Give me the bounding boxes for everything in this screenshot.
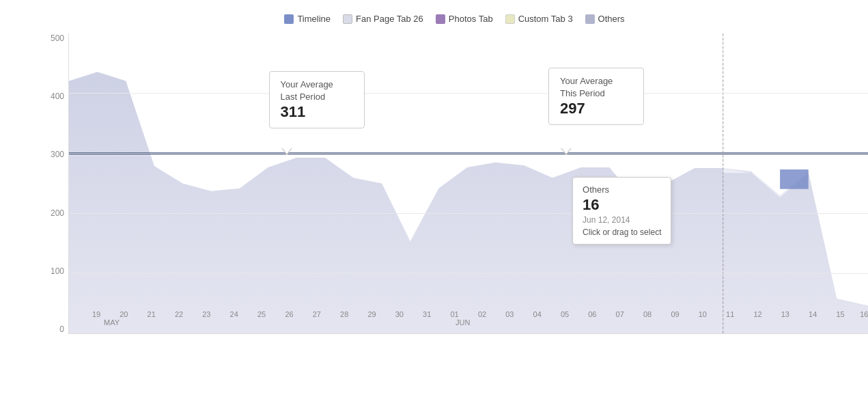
y-axis: 0 100 200 300 400 500 — [41, 33, 68, 334]
chart-svg — [69, 33, 868, 333]
x-tick-28: 28 — [340, 310, 348, 318]
x-tick-04: 04 — [533, 310, 542, 318]
avg-last-period-label: Your AverageLast Period — [281, 79, 353, 103]
x-tick-30: 30 — [395, 310, 404, 318]
x-tick-20: 20 — [120, 310, 128, 318]
legend-label-custom-tab: Custom Tab 3 — [518, 14, 573, 24]
legend-label-others: Others — [598, 14, 625, 24]
avg-this-period-tooltip: Your AverageThis Period 297 — [548, 68, 644, 125]
others-swatch — [585, 14, 595, 24]
x-tick-23: 23 — [202, 310, 210, 318]
x-tick-09: 09 — [671, 310, 679, 318]
x-tick-19: 19 — [92, 310, 100, 318]
x-tick-11: 11 — [726, 310, 734, 318]
avg-this-period-label: Your AverageThis Period — [560, 75, 632, 100]
x-tick-21: 21 — [148, 310, 156, 318]
data-point-tooltip: Others 16 Jun 12, 2014 Click or drag to … — [572, 177, 671, 245]
svg-rect-2 — [780, 169, 809, 189]
svg-marker-0 — [69, 72, 868, 333]
x-tick-16: 16 — [860, 310, 868, 318]
chart-area[interactable]: 0 100 200 300 400 500 — [41, 33, 868, 361]
y-label-0: 0 — [59, 324, 64, 334]
x-axis: 19 20 21 22 23 24 25 26 27 28 29 30 31 M… — [96, 306, 868, 333]
x-tick-10: 10 — [699, 310, 707, 318]
custom-tab-swatch — [505, 14, 515, 24]
photos-swatch — [436, 14, 445, 24]
chart-legend: Timeline Fan Page Tab 26 Photos Tab Cust… — [41, 7, 868, 33]
avg-last-period-arrow-inner — [282, 148, 292, 154]
x-tick-14: 14 — [809, 310, 817, 318]
y-label-300: 300 — [51, 150, 64, 159]
x-tick-07: 07 — [616, 310, 624, 318]
x-tick-24: 24 — [230, 310, 238, 318]
legend-label-fan-page: Fan Page Tab 26 — [356, 14, 423, 24]
x-tick-08: 08 — [643, 310, 652, 318]
x-tick-26: 26 — [285, 310, 293, 318]
y-label-400: 400 — [51, 92, 64, 101]
chart-container: Timeline Fan Page Tab 26 Photos Tab Cust… — [0, 0, 868, 401]
avg-last-period-tooltip: Your AverageLast Period 311 — [269, 71, 365, 128]
y-label-100: 100 — [51, 266, 64, 276]
month-may: MAY — [104, 318, 120, 327]
tooltip-category: Others — [583, 184, 661, 195]
y-label-500: 500 — [51, 33, 64, 43]
avg-this-period-arrow-inner — [561, 148, 571, 154]
legend-item-timeline: Timeline — [284, 14, 331, 24]
x-tick-01: 01 — [450, 310, 458, 318]
x-tick-05: 05 — [561, 310, 569, 318]
x-tick-12: 12 — [753, 310, 761, 318]
chart-inner[interactable]: 19 20 21 22 23 24 25 26 27 28 29 30 31 M… — [68, 33, 868, 334]
x-tick-27: 27 — [313, 310, 321, 318]
tooltip-action: Click or drag to select — [583, 227, 661, 237]
timeline-swatch — [284, 14, 294, 24]
legend-item-fan-page: Fan Page Tab 26 — [343, 14, 423, 24]
legend-item-others: Others — [585, 14, 625, 24]
x-tick-31: 31 — [423, 310, 431, 318]
fan-page-swatch — [343, 14, 352, 24]
y-label-200: 200 — [51, 208, 64, 218]
tooltip-date: Jun 12, 2014 — [583, 215, 661, 225]
legend-item-photos: Photos Tab — [436, 14, 493, 24]
avg-last-period-value: 311 — [281, 103, 353, 121]
x-tick-25: 25 — [257, 310, 266, 318]
avg-this-period-value: 297 — [560, 100, 632, 117]
month-jun: JUN — [456, 318, 470, 327]
legend-item-custom-tab: Custom Tab 3 — [505, 14, 573, 24]
legend-label-photos: Photos Tab — [449, 14, 493, 24]
legend-label-timeline: Timeline — [297, 14, 331, 24]
x-tick-13: 13 — [781, 310, 789, 318]
x-tick-22: 22 — [175, 310, 183, 318]
tooltip-value: 16 — [583, 196, 661, 214]
x-tick-02: 02 — [478, 310, 486, 318]
x-tick-06: 06 — [588, 310, 596, 318]
x-tick-03: 03 — [505, 310, 514, 318]
x-tick-29: 29 — [367, 310, 376, 318]
x-tick-15: 15 — [836, 310, 844, 318]
